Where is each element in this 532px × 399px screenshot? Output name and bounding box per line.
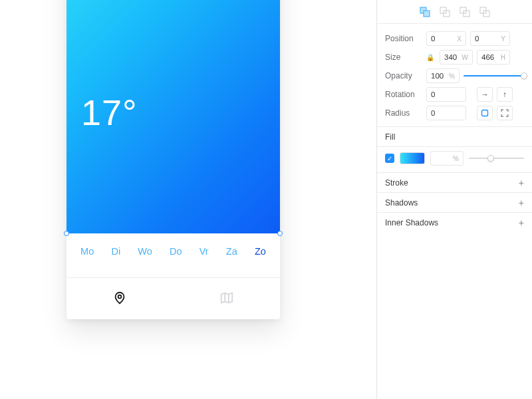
svg-rect-12	[482, 110, 488, 116]
stroke-header[interactable]: Stroke +	[377, 172, 532, 192]
shadows-label: Shadows	[385, 198, 418, 207]
size-label: Size	[385, 53, 422, 62]
position-label: Position	[385, 34, 422, 43]
radius-label: Radius	[385, 108, 422, 118]
shadows-header[interactable]: Shadows +	[377, 192, 532, 212]
geometry-section: Position 0X 0Y Size 🔒 340W 466H Opacity …	[377, 24, 532, 126]
selected-gradient-layer[interactable]: 17°	[66, 0, 280, 233]
day-tab-di[interactable]: Di	[111, 246, 120, 257]
day-tab-do[interactable]: Do	[170, 246, 182, 257]
fill-slider[interactable]	[469, 151, 524, 166]
bool-union-icon[interactable]	[420, 7, 430, 17]
day-tab-wo[interactable]: Wo	[138, 246, 152, 257]
arrow-up-icon: ↑	[503, 90, 507, 98]
bool-subtract-icon[interactable]	[440, 7, 450, 17]
day-tab-za[interactable]: Za	[226, 246, 237, 257]
svg-point-0	[118, 295, 122, 298]
location-tab[interactable]	[66, 278, 174, 317]
day-tab-vr[interactable]: Vr	[200, 246, 209, 257]
size-h-input[interactable]: 466H	[477, 50, 510, 65]
svg-marker-1	[221, 293, 233, 303]
canvas-stage[interactable]: 17° MoDiWoDoVrZaZo	[0, 0, 372, 399]
add-shadow-button[interactable]: +	[519, 198, 524, 208]
lock-icon[interactable]: 🔒	[426, 54, 434, 61]
bool-difference-icon[interactable]	[479, 7, 490, 17]
fill-label: Fill	[385, 132, 395, 142]
boolean-ops-row	[377, 0, 532, 24]
add-inner-shadow-button[interactable]: +	[519, 217, 524, 228]
fill-header[interactable]: Fill	[377, 126, 532, 146]
rotation-input[interactable]: 0	[426, 87, 466, 102]
fill-swatch[interactable]	[400, 152, 425, 164]
size-w-input[interactable]: 340W	[440, 50, 473, 65]
flip-horizontal-button[interactable]: →	[477, 87, 493, 102]
bottom-toolbar	[66, 277, 280, 317]
fill-row: ✓ %	[377, 146, 532, 172]
bool-intersect-icon[interactable]	[460, 7, 470, 17]
inner-shadows-header[interactable]: Inner Shadows +	[377, 212, 532, 232]
position-y-input[interactable]: 0Y	[470, 31, 510, 46]
inspector-panel: Position 0X 0Y Size 🔒 340W 466H Opacity …	[376, 0, 532, 399]
opacity-slider[interactable]	[464, 68, 524, 83]
day-tab-zo[interactable]: Zo	[255, 246, 266, 257]
inner-shadows-label: Inner Shadows	[385, 218, 438, 227]
radius-uniform-button[interactable]	[477, 106, 493, 120]
square-icon	[481, 109, 489, 117]
stroke-label: Stroke	[385, 178, 408, 188]
day-tabs: MoDiWoDoVrZaZo	[66, 246, 280, 257]
fill-enabled-checkbox[interactable]: ✓	[385, 154, 394, 163]
arrow-right-icon: →	[481, 90, 489, 98]
day-tab-mo[interactable]: Mo	[80, 246, 94, 257]
corners-icon	[501, 109, 509, 117]
pin-icon	[112, 291, 127, 305]
add-stroke-button[interactable]: +	[519, 178, 524, 188]
position-x-input[interactable]: 0X	[426, 31, 466, 46]
radius-input[interactable]: 0	[426, 106, 466, 120]
opacity-input[interactable]: 100%	[426, 68, 460, 83]
map-icon	[219, 291, 234, 305]
fill-percent-input[interactable]: %	[430, 151, 464, 166]
map-tab[interactable]	[174, 278, 281, 317]
temperature-value: 17°	[81, 92, 138, 133]
opacity-label: Opacity	[385, 71, 422, 80]
radius-individual-button[interactable]	[497, 106, 513, 120]
svg-rect-5	[424, 11, 430, 17]
flip-vertical-button[interactable]: ↑	[497, 87, 513, 102]
rotation-label: Rotation	[385, 90, 422, 99]
artboard-phone: 17° MoDiWoDoVrZaZo	[66, 0, 280, 319]
